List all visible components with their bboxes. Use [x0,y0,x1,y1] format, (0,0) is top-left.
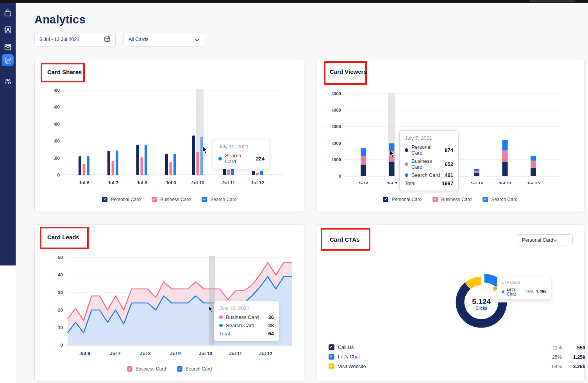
calendar-icon [104,36,111,43]
legend-item-search-card[interactable]: Search Card [202,197,236,202]
checkbox-checked-icon [152,197,157,202]
stacked-bar-search-card[interactable] [474,169,479,171]
tooltip-label: Search Card [226,322,254,328]
y-axis-tick: 20 [58,308,63,312]
bar-business-card[interactable] [170,162,172,175]
legend-item-business-card[interactable]: Business Card [152,197,191,202]
cta-legend-item-visit-website[interactable]: Visit Website [329,363,366,369]
y-axis-tick: 5000 [332,91,341,96]
stacked-bar-business-card[interactable] [502,151,508,162]
bar-search-card[interactable] [116,151,118,175]
y-axis-tick: 400 [54,105,60,109]
y-axis-tick: 300 [54,122,60,126]
legend-label: Search Card [210,197,236,202]
date-range-input[interactable]: 6 Jul - 13 Jul 2021 [34,32,116,47]
legend-item-search-card[interactable]: Search Card [177,366,212,372]
cta-legend-item-call-us[interactable]: Call Us [329,344,354,350]
tooltip-label: Search Card [411,172,440,178]
legend-label: Business Card [136,366,166,372]
mouse-cursor-icon [208,305,214,313]
tooltip-value: 461 [445,172,453,178]
sidebar-item-briefcase[interactable] [3,8,13,18]
card-shares-title: Card Shares [47,69,82,75]
stacked-bar-business-card[interactable] [531,161,536,168]
bar-search-card[interactable] [200,137,203,175]
cards-filter-value: All Cards [129,37,148,42]
x-axis-tick: Jul 12 [251,180,264,184]
y-axis-tick: 3000 [332,124,341,129]
checkbox-checked-icon [127,366,132,372]
stacked-bar-business-card[interactable] [361,156,366,165]
stacked-bar-personal-card[interactable] [531,168,536,176]
x-axis-tick: Jul 9 [165,180,176,184]
legend-item-personal-card[interactable]: Personal Card [102,197,141,202]
tooltip-value: 652 [445,161,453,167]
bar-personal-card[interactable] [136,145,139,175]
sidebar-item-users[interactable] [3,77,13,86]
bar-business-card[interactable] [197,152,199,175]
sidebar-item-contacts[interactable] [3,25,13,34]
sidebar-item-analytics[interactable] [3,56,13,65]
cta-card-type-dropdown[interactable]: Personal Card [517,234,573,246]
tooltip-label: Personal Card [411,144,441,156]
stacked-bar-personal-card[interactable] [502,162,508,176]
bar-search-card[interactable] [145,145,147,175]
stacked-bar-search-card[interactable] [361,148,366,156]
legend-item-business-card[interactable]: Business Card [127,366,166,372]
tooltip-label: Business Card [411,158,441,170]
tooltip-date: July 10, 2021 [219,305,274,311]
x-axis-tick: Jul 6 [358,182,369,184]
bar-personal-card[interactable] [252,171,255,175]
legend-item-personal-card[interactable]: Personal Card [383,197,422,202]
stacked-bar-search-card[interactable] [531,156,536,161]
cta-legend-label: Call Us [338,345,354,350]
tooltip-label: Business Card [226,314,259,320]
chart-tooltip: July 10, 2021 Search Card 224 [213,139,270,169]
y-axis-tick: 2000 [332,141,341,146]
tooltip-date: July 10, 2021 [218,144,265,150]
sidebar-item-inbox[interactable] [3,42,13,52]
tooltip-percent: 25% [525,289,533,294]
legend-item-search-card[interactable]: Search Card [483,197,517,202]
legend-item-business-card[interactable]: Business Card [433,197,472,202]
checkbox-checked-icon [433,197,438,202]
bar-personal-card[interactable] [79,156,81,175]
x-axis-tick: Jul 10 [191,180,204,184]
card-shares-legend: Personal Card Business Card Search Card [35,197,304,202]
window-bar-pill [529,0,575,2]
bar-search-card[interactable] [260,171,263,175]
cta-percent: 25% [542,354,562,360]
cta-legend-item-lets-chat[interactable]: Let’s Chat [329,354,360,360]
users-icon [3,80,13,87]
tooltip-value: 36 [268,314,274,320]
date-range-value: 6 Jul - 13 Jul 2021 [39,37,79,42]
bar-personal-card[interactable] [165,154,168,175]
cta-legend-label: Visit Website [338,364,366,369]
card-shares-chart: 0100200300400500Jul 6Jul 7Jul 8Jul 9Jul … [54,87,289,184]
tooltip-label: Search Card [225,153,253,164]
bar-business-card[interactable] [83,164,86,175]
tooltip-label: Let’s Chat [507,287,523,296]
stacked-bar-personal-card[interactable] [361,165,366,176]
bar-business-card[interactable] [227,170,230,175]
bar-personal-card[interactable] [107,151,110,175]
series-dot [405,148,408,152]
x-axis-tick: Jul 10 [470,182,483,184]
checkbox-checked-icon [483,197,488,202]
bar-business-card[interactable] [256,173,259,175]
bar-business-card[interactable] [141,157,143,175]
cards-filter-dropdown[interactable]: All Cards [123,32,204,47]
cta-value: 3.26k [565,364,585,369]
tooltip-header: CTA Clicks [502,280,547,285]
stacked-bar-personal-card[interactable] [389,162,395,176]
stacked-bar-business-card[interactable] [474,171,479,173]
bar-search-card[interactable] [173,154,176,175]
x-axis-tick: Jul 8 [140,351,151,356]
chart-tooltip: July 7, 2021 Personal Card874 Business C… [399,130,459,191]
bar-business-card[interactable] [112,161,114,175]
card-ctas-title: Card CTAs [330,236,359,243]
stacked-bar-search-card[interactable] [502,140,508,150]
bar-personal-card[interactable] [192,135,195,175]
stacked-bar-personal-card[interactable] [474,173,479,176]
bar-search-card[interactable] [87,156,89,175]
